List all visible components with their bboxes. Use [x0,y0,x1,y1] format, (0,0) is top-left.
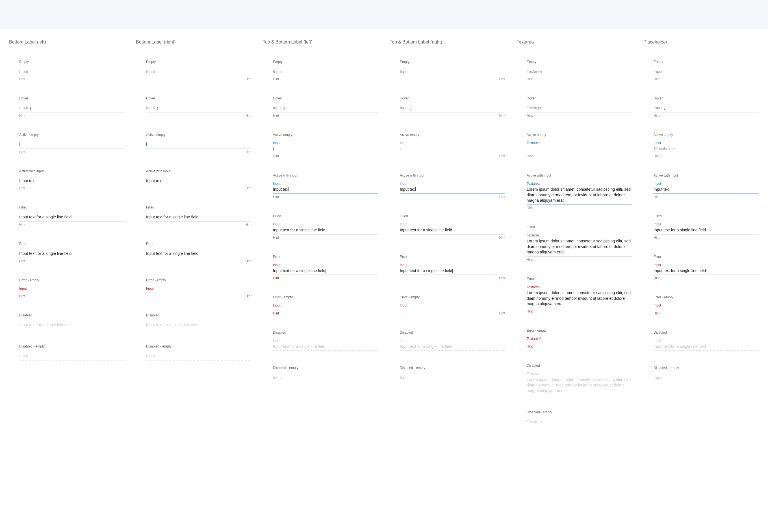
state-hover: Hover InputI Hint [643,96,759,118]
hint-text: Hint [400,276,505,280]
hint-text: Hint [146,186,251,190]
text-cursor-icon: I [157,106,158,111]
hint-text: Hint [273,154,378,158]
field: Input text for a single line field Hint [19,250,125,263]
text-input[interactable]: Input tex [273,186,378,194]
field: Input Input text for a single line field… [654,223,759,240]
state-label: Empty [400,60,505,64]
state-label: Error - empty [527,329,632,333]
caret-icon [669,187,669,191]
text-input[interactable]: Input text for a single line field [654,268,759,275]
textarea[interactable] [527,146,632,153]
caret-icon [146,142,147,147]
text-input[interactable]: Input text for a single line field [273,268,378,275]
hint-text: Hint [400,154,505,158]
state-hover: Hover InputI Hint [263,96,378,118]
text-input[interactable]: Input text for a single line field [400,268,505,275]
text-input[interactable] [146,141,251,149]
state-active-empty: Active empty Hint [9,133,125,154]
text-input[interactable] [654,308,759,310]
state-label: Disabled [527,364,632,368]
text-input[interactable]: InputI [654,105,759,113]
caret-icon [273,147,274,151]
text-input[interactable]: Input text for a single line field [654,227,759,234]
state-label: Hover [146,96,251,100]
text-input[interactable]: Input text for a single line field [146,214,251,222]
text-input[interactable]: InputI [400,105,505,113]
text-input[interactable] [273,308,378,310]
text-input[interactable]: Input tex [654,186,759,194]
field: Input Input text for a single line field [273,339,378,351]
placeholder-text: Input [273,106,282,110]
text-input[interactable]: Input text for a single line field [400,227,505,234]
text-input[interactable]: InputI [146,105,251,113]
column-top-bottom-label-left: Top & Bottom Label (left) Empty Input Hi… [263,40,378,442]
state-label: Error [273,255,378,259]
hint-text: Hint [654,154,759,158]
text-input[interactable]: Input [19,68,125,76]
text-input[interactable]: Input text for a single line field [19,214,125,222]
text-cursor-icon: I [410,106,412,111]
field: Textarea [527,419,632,426]
state-label: Active empty [273,133,378,137]
float-label: Input [273,141,378,145]
caret-icon [400,147,400,151]
text-input[interactable] [19,291,125,293]
text-input: Input [273,374,378,382]
field: Input [273,374,378,382]
text-input[interactable] [400,146,505,153]
textarea[interactable]: Lorem ipsum dolor sit amet, consetetur s… [527,238,632,257]
textarea[interactable]: Textarea [527,68,632,76]
field: Textarea Lorem ipsum dolor sit amet, con… [527,285,632,313]
hint-text: Hint [146,114,251,118]
caret-icon [35,179,35,183]
hint-text: Hint [527,77,632,81]
hint-text: Hint [654,77,759,81]
text-input[interactable]: Placeholder [654,146,759,153]
state-disabled: Disabled Input text for a single line fi… [9,313,125,329]
state-label: Disabled [19,313,125,317]
hint-text: Hint [654,276,759,280]
text-input[interactable]: Input tex [19,178,125,185]
state-label: Error [400,255,505,259]
text-input[interactable]: Input tex [146,178,251,185]
text-input[interactable]: Input tex [400,186,505,194]
state-label: Active empty [19,133,125,137]
text-input[interactable]: Input [273,68,378,76]
textarea[interactable] [527,341,632,343]
text-input[interactable]: Input [400,68,505,76]
hint-text: Hint [400,311,505,315]
state-label: Disabled [400,331,505,335]
state-label: Error - empty [400,295,505,299]
text-input[interactable] [19,141,125,149]
field: Input text for a single line field Hint [19,214,125,227]
state-active-empty: Active empty Hint [136,133,251,154]
text-input[interactable]: InputI [19,105,125,113]
hint-text: Hint [527,154,632,158]
textarea[interactable]: Lorem ipsum dolor sit amet, consetetur s… [527,290,632,308]
textarea[interactable]: TextarIa [527,105,632,113]
float-label: Textarea [527,182,632,186]
state-label: Disabled - empty [19,344,125,348]
text-input[interactable]: InputI [273,105,378,113]
state-active-empty: Active empty Input Placeholder Hint [643,133,759,158]
hint-text: Hint [527,114,632,118]
text-input[interactable]: Input text for a single line field [273,227,378,234]
field: Input Input tex Hint [400,182,505,199]
textarea: Lorem ipsum dolor sit amet, consetetur s… [527,376,632,395]
state-label: Empty [146,60,251,64]
text-input[interactable]: Input [146,68,251,76]
caret-icon [19,142,20,147]
text-input[interactable]: Input text for a single line field [146,250,251,258]
text-input[interactable] [273,146,378,153]
textarea[interactable]: Lorem ipsum dolor sit amet, consetetur s… [527,186,632,205]
placeholder-text: Input [146,106,155,110]
hint-text: Hint [19,186,125,190]
state-disabled-empty: Disabled - empty Input [136,344,251,361]
text-input[interactable]: Input text for a single line field [19,250,125,258]
text-input[interactable] [400,308,505,310]
state-hover: Hover InputI Hint [136,96,251,118]
text-input[interactable]: Input [654,68,759,76]
state-error: Error Input Input text for a single line… [643,255,759,280]
text-input[interactable] [146,291,251,293]
